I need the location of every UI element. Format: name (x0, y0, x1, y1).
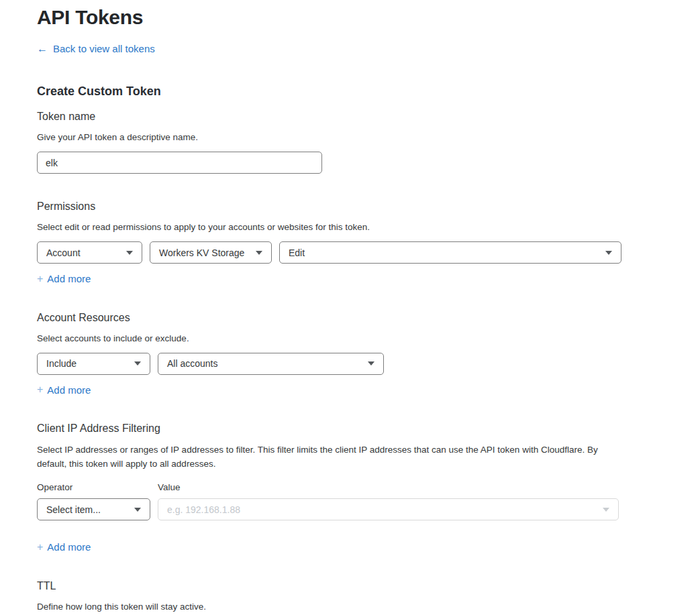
permission-scope-value: Account (46, 247, 81, 258)
account-target-value: All accounts (167, 358, 217, 369)
back-to-tokens-link[interactable]: ← Back to view all tokens (37, 43, 155, 54)
chevron-down-icon (126, 251, 133, 255)
token-name-section: Token name Give your API token a descrip… (37, 110, 664, 174)
form-title: Create Custom Token (37, 85, 664, 99)
account-include-value: Include (46, 358, 77, 369)
ttl-section: TTL Define how long this token will stay… (37, 579, 664, 615)
chevron-down-icon (603, 508, 609, 512)
ttl-label: TTL (37, 579, 664, 592)
account-resources-section: Account Resources Select accounts to inc… (37, 311, 664, 396)
ip-value-input[interactable] (167, 504, 593, 515)
add-more-label: Add more (47, 541, 91, 553)
operator-label: Operator (37, 482, 158, 492)
token-name-input[interactable] (37, 152, 322, 174)
token-name-label: Token name (37, 110, 664, 123)
account-resources-label: Account Resources (37, 311, 664, 324)
api-tokens-page: API Tokens ← Back to view all tokens Cre… (0, 0, 664, 615)
ip-operator-value: Select item... (46, 504, 101, 515)
ip-value-combobox[interactable] (158, 498, 619, 520)
page-title: API Tokens (37, 6, 664, 28)
plus-icon: + (37, 384, 43, 395)
chevron-down-icon (605, 251, 612, 255)
ip-filtering-description: Select IP addresses or ranges of IP addr… (37, 443, 615, 471)
back-link-label: Back to view all tokens (53, 43, 155, 54)
value-label: Value (158, 482, 181, 492)
account-resources-add-more-link[interactable]: + Add more (37, 384, 91, 396)
chevron-down-icon (134, 361, 141, 366)
ip-operator-select[interactable]: Select item... (37, 498, 150, 520)
chevron-down-icon (368, 361, 374, 366)
token-name-description: Give your API token a descriptive name. (37, 131, 664, 145)
back-arrow-icon: ← (37, 44, 48, 54)
ip-filtering-label: Client IP Address Filtering (37, 422, 664, 435)
permissions-section: Permissions Select edit or read permissi… (37, 200, 664, 285)
account-target-select[interactable]: All accounts (158, 353, 384, 375)
add-more-label: Add more (47, 273, 91, 284)
ttl-description: Define how long this token will stay act… (37, 600, 664, 614)
permission-resource-select[interactable]: Workers KV Storage (150, 241, 272, 264)
account-include-select[interactable]: Include (37, 353, 150, 375)
ip-filtering-section: Client IP Address Filtering Select IP ad… (37, 422, 664, 553)
ip-filtering-add-more-link[interactable]: + Add more (37, 541, 91, 553)
permissions-description: Select edit or read permissions to apply… (37, 221, 664, 235)
account-resources-description: Select accounts to include or exclude. (37, 332, 664, 346)
chevron-down-icon (256, 251, 262, 255)
plus-icon: + (37, 274, 43, 284)
add-more-label: Add more (47, 384, 91, 396)
permission-scope-select[interactable]: Account (37, 241, 142, 264)
permissions-label: Permissions (37, 200, 664, 213)
permission-resource-value: Workers KV Storage (159, 247, 244, 258)
chevron-down-icon (134, 508, 141, 512)
permission-access-value: Edit (289, 247, 305, 258)
plus-icon: + (37, 542, 43, 553)
permission-access-select[interactable]: Edit (279, 241, 621, 264)
permissions-add-more-link[interactable]: + Add more (37, 273, 91, 284)
